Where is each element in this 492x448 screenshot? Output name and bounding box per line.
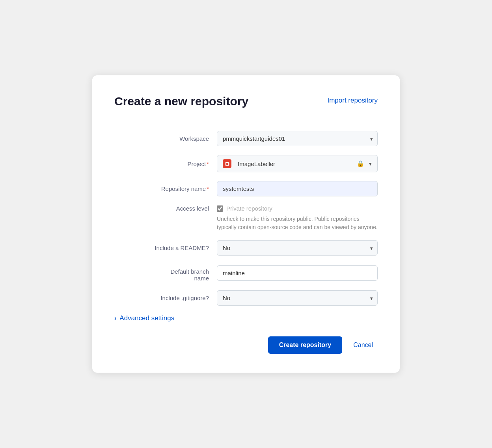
project-lock-icon: 🔒 <box>357 160 364 167</box>
gitignore-row: Include .gitignore? No Yes ▾ <box>114 290 378 306</box>
svg-rect-1 <box>226 163 228 165</box>
create-repository-button[interactable]: Create repository <box>268 336 343 354</box>
workspace-select[interactable]: pmmquickstartguides01 <box>217 131 378 146</box>
repository-name-label: Repository name* <box>114 185 217 192</box>
workspace-select-wrapper: pmmquickstartguides01 ▾ <box>217 131 378 146</box>
access-level-label: Access level <box>114 205 217 212</box>
gitignore-control: No Yes ▾ <box>217 290 378 306</box>
header-divider <box>114 118 378 118</box>
readme-control: No Yes ▾ <box>217 240 378 256</box>
readme-row: Include a README? No Yes ▾ <box>114 240 378 256</box>
access-level-checkbox-row: Private repository <box>217 205 378 212</box>
repository-name-input[interactable] <box>217 181 378 196</box>
form-actions: Create repository Cancel <box>114 336 378 354</box>
project-label: Project* <box>114 161 217 167</box>
page-title: Create a new repository <box>114 94 248 108</box>
workspace-control: pmmquickstartguides01 ▾ <box>217 131 378 146</box>
repository-name-row: Repository name* <box>114 181 378 196</box>
advanced-settings-toggle[interactable]: Advanced settings <box>119 314 174 322</box>
modal-header: Create a new repository Import repositor… <box>114 94 378 108</box>
gitignore-select[interactable]: No Yes <box>217 290 378 306</box>
project-chevron-icon: ▾ <box>369 161 372 167</box>
private-repository-label: Private repository <box>226 205 272 212</box>
default-branch-input[interactable] <box>217 265 378 281</box>
project-control: ImageLabeller 🔒 ▾ <box>217 155 378 172</box>
gitignore-label: Include .gitignore? <box>114 295 217 301</box>
readme-select[interactable]: No Yes <box>217 240 378 256</box>
repo-name-required-star: * <box>207 185 209 192</box>
default-branch-control <box>217 265 378 281</box>
private-repository-checkbox[interactable] <box>217 205 223 212</box>
repository-name-control <box>217 181 378 196</box>
default-branch-row: Default branchname <box>114 264 378 282</box>
advanced-settings-row: › Advanced settings <box>114 314 378 322</box>
project-select-display[interactable]: ImageLabeller 🔒 ▾ <box>217 155 378 172</box>
workspace-row: Workspace pmmquickstartguides01 ▾ <box>114 131 378 146</box>
gitignore-select-wrapper: No Yes ▾ <box>217 290 378 306</box>
workspace-label: Workspace <box>114 135 217 142</box>
project-required-star: * <box>207 161 209 167</box>
access-level-control: Private repository Uncheck to make this … <box>217 205 378 231</box>
project-row: Project* ImageLabeller 🔒 ▾ <box>114 155 378 172</box>
access-level-row: Access level Private repository Uncheck … <box>114 205 378 231</box>
project-icon <box>223 159 231 168</box>
readme-select-wrapper: No Yes ▾ <box>217 240 378 256</box>
create-repository-modal: Create a new repository Import repositor… <box>92 75 400 373</box>
advanced-settings-chevron-icon: › <box>114 315 116 322</box>
default-branch-label: Default branchname <box>114 264 217 282</box>
project-value: ImageLabeller <box>238 161 354 167</box>
cancel-button[interactable]: Cancel <box>348 336 378 354</box>
readme-label: Include a README? <box>114 245 217 251</box>
access-description: Uncheck to make this repository public. … <box>217 215 378 231</box>
import-repository-link[interactable]: Import repository <box>327 97 378 105</box>
